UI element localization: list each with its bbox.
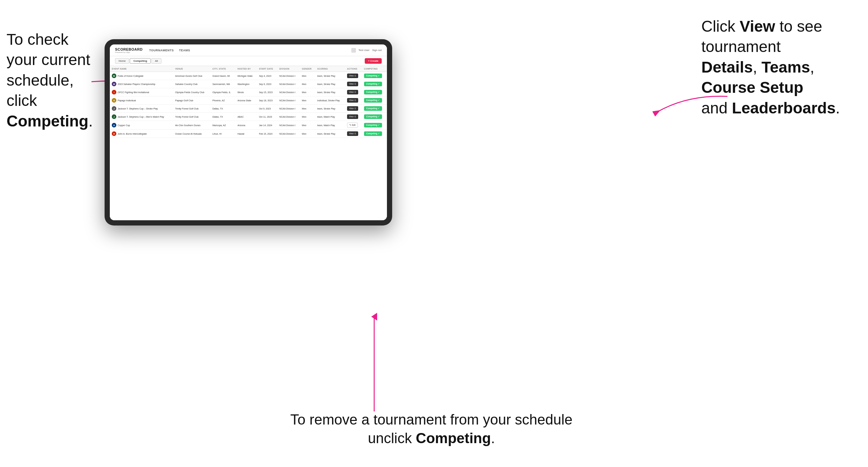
- tab-home[interactable]: Home: [115, 58, 129, 64]
- col-competing: COMPETING: [362, 66, 387, 72]
- competing-badge[interactable]: Competing ✓: [364, 98, 382, 103]
- cell-event-name: MFolds of Honor Collegiate: [110, 72, 173, 80]
- tab-all[interactable]: All: [151, 58, 161, 64]
- view-button[interactable]: View ⊙: [347, 98, 358, 103]
- view-button[interactable]: View ⊙: [347, 131, 358, 136]
- cell-gender: Men: [300, 104, 315, 113]
- nav-right: Test User Sign out: [351, 48, 382, 53]
- cell-competing: Competing ✓: [362, 88, 387, 96]
- tablet-screen: SCOREBOARD Powered by clipp TOURNAMENTS …: [110, 44, 387, 220]
- competing-badge[interactable]: Competing ✓: [364, 73, 382, 78]
- annotation-bottom: To remove a tournament from your schedul…: [268, 410, 595, 447]
- user-name: Test User: [359, 49, 370, 52]
- nav-teams[interactable]: TEAMS: [179, 49, 190, 52]
- team-logo: I: [112, 90, 116, 94]
- view-button[interactable]: View ⊙: [347, 73, 358, 78]
- competing-badge[interactable]: Competing ✓: [364, 123, 382, 127]
- cell-division: NCAA Division I: [277, 121, 300, 130]
- event-name-text: 2023 Sahalee Players Championship: [118, 83, 155, 85]
- cell-venue: Ak-Chin Southern Dunes: [173, 121, 211, 130]
- team-logo: W: [112, 82, 116, 86]
- cell-city-state: Sammamish, WA: [211, 80, 236, 88]
- cell-actions: View ⊙: [345, 130, 362, 138]
- cell-gender: Men: [300, 80, 315, 88]
- cell-actions: ✎ Edit: [345, 121, 362, 130]
- cell-venue: Papago Golf Club: [173, 96, 211, 104]
- table-container: EVENT NAME VENUE CITY, STATE HOSTED BY S…: [110, 66, 387, 220]
- nav-links: TOURNAMENTS TEAMS: [149, 49, 351, 52]
- cell-city-state: Lihue, HI: [211, 130, 236, 138]
- nav-tournaments[interactable]: TOURNAMENTS: [149, 49, 174, 52]
- cell-division: NCAA Division I: [277, 113, 300, 121]
- sign-out-link[interactable]: Sign out: [372, 49, 382, 52]
- table-body: MFolds of Honor CollegiateAmerican Dunes…: [110, 72, 387, 138]
- competing-badge[interactable]: Competing ✓: [364, 82, 382, 86]
- cell-competing: Competing ✓: [362, 121, 387, 130]
- cell-scoring: team, Stroke Play: [315, 72, 345, 80]
- competing-badge[interactable]: Competing ✓: [364, 114, 382, 119]
- cell-hosted-by: [236, 104, 257, 113]
- cell-start-date: Oct 9, 2023: [257, 104, 277, 113]
- cell-scoring: team, Match Play: [315, 113, 345, 121]
- view-button[interactable]: View ⊙: [347, 106, 358, 111]
- filter-tabs: Home Competing All: [115, 58, 161, 64]
- cell-hosted-by: ABAC: [236, 113, 257, 121]
- tab-competing[interactable]: Competing: [130, 58, 151, 64]
- table-row: HJohn A. Burns IntercollegiateOcean Cour…: [110, 130, 387, 138]
- cell-gender: Men: [300, 130, 315, 138]
- cell-event-name: W2023 Sahalee Players Championship: [110, 80, 173, 88]
- team-logo: A: [112, 123, 116, 127]
- brand-name: SCOREBOARD: [115, 48, 143, 51]
- cell-gender: Men: [300, 121, 315, 130]
- table-row: APapago IndividualPapago Golf ClubPhoeni…: [110, 96, 387, 104]
- user-icon: [351, 48, 356, 53]
- view-button[interactable]: View ⊙: [347, 114, 358, 119]
- col-hosted-by: HOSTED BY: [236, 66, 257, 72]
- view-button[interactable]: View ⊙: [347, 82, 358, 86]
- table-row: JJackson T. Stephens Cup – Stroke PlayTr…: [110, 104, 387, 113]
- cell-competing: Competing ✓: [362, 96, 387, 104]
- cell-city-state: Maricopa, AZ: [211, 121, 236, 130]
- event-name-text: Jackson T. Stephens Cup – Men's Match Pl…: [118, 116, 164, 118]
- team-logo: J: [112, 106, 116, 111]
- cell-venue: Ocean Course At Hokuala: [173, 130, 211, 138]
- team-logo: J: [112, 114, 116, 119]
- competing-badge[interactable]: Competing ✓: [364, 90, 382, 94]
- col-division: DIVISION: [277, 66, 300, 72]
- cell-actions: View ⊙: [345, 80, 362, 88]
- cell-event-name: JJackson T. Stephens Cup – Stroke Play: [110, 104, 173, 113]
- edit-button[interactable]: ✎ Edit: [347, 123, 358, 128]
- cell-competing: Competing ✓: [362, 130, 387, 138]
- filter-bar: Home Competing All + Create: [110, 56, 387, 66]
- cell-actions: View ⊙: [345, 96, 362, 104]
- competing-badge[interactable]: Competing ✓: [364, 131, 382, 136]
- team-logo: A: [112, 98, 116, 103]
- table-row: W2023 Sahalee Players ChampionshipSahale…: [110, 80, 387, 88]
- create-button[interactable]: + Create: [365, 58, 382, 64]
- competing-badge[interactable]: Competing ✓: [364, 106, 382, 111]
- cell-event-name: IOFCC Fighting Illini Invitational: [110, 88, 173, 96]
- cell-division: NCAA Division I: [277, 104, 300, 113]
- cell-start-date: Sep 15, 2023: [257, 88, 277, 96]
- cell-city-state: Dallas, TX: [211, 104, 236, 113]
- cell-venue: Sahalee Country Club: [173, 80, 211, 88]
- col-scoring: SCORING: [315, 66, 345, 72]
- cell-event-name: ACopper Cup: [110, 121, 173, 130]
- table-row: JJackson T. Stephens Cup – Men's Match P…: [110, 113, 387, 121]
- cell-start-date: Jan 14, 2024: [257, 121, 277, 130]
- powered-by: Powered by clipp: [115, 51, 143, 53]
- cell-scoring: team, Match Play: [315, 121, 345, 130]
- cell-competing: Competing ✓: [362, 72, 387, 80]
- event-name-text: OFCC Fighting Illini Invitational: [118, 91, 149, 93]
- view-button[interactable]: View ⊙: [347, 90, 358, 94]
- cell-division: NCAA Division I: [277, 72, 300, 80]
- table-row: ACopper CupAk-Chin Southern DunesMaricop…: [110, 121, 387, 130]
- navbar: SCOREBOARD Powered by clipp TOURNAMENTS …: [110, 44, 387, 56]
- cell-gender: Men: [300, 96, 315, 104]
- cell-scoring: individual, Stroke Play: [315, 96, 345, 104]
- cell-actions: View ⊙: [345, 104, 362, 113]
- col-start-date: START DATE: [257, 66, 277, 72]
- team-logo: M: [112, 73, 116, 78]
- event-name-text: John A. Burns Intercollegiate: [118, 133, 147, 135]
- cell-actions: View ⊙: [345, 72, 362, 80]
